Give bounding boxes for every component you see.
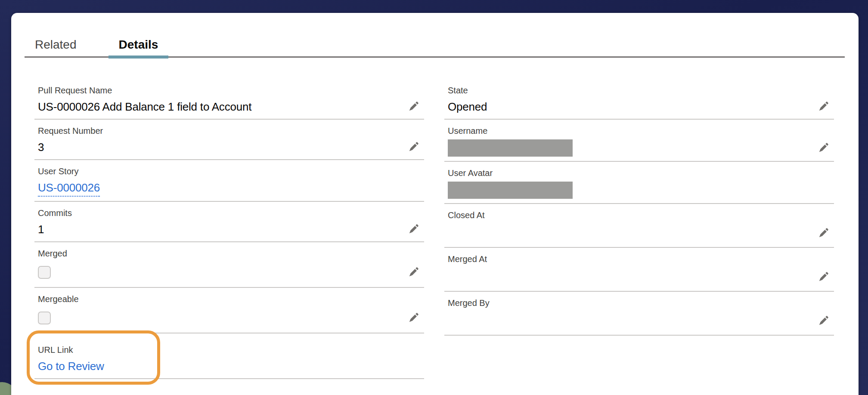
field-columns: Pull Request Name US-0000026 Add Balance… bbox=[11, 79, 859, 379]
field-row-url-link: URL Link Go to Review bbox=[34, 333, 424, 379]
field-label: User Avatar bbox=[448, 168, 831, 178]
edit-button[interactable] bbox=[816, 99, 831, 114]
edit-button[interactable] bbox=[406, 140, 421, 154]
field-row-pull-request-name: Pull Request Name US-0000026 Add Balance… bbox=[34, 79, 424, 120]
field-row-username: Username bbox=[444, 120, 834, 162]
redacted-value-user-avatar bbox=[448, 182, 573, 199]
field-label: Merged At bbox=[448, 254, 831, 264]
field-row-commits: Commits 1 bbox=[34, 202, 424, 242]
field-row-merged: Merged bbox=[34, 242, 424, 288]
field-row-mergeable: Mergeable bbox=[34, 288, 424, 333]
pencil-icon bbox=[407, 100, 420, 113]
edit-button[interactable] bbox=[816, 314, 831, 328]
field-row-state: State Opened bbox=[444, 79, 834, 120]
field-row-merged-by: Merged By bbox=[444, 292, 834, 336]
pencil-icon bbox=[817, 227, 830, 240]
field-row-closed-at: Closed At bbox=[444, 204, 834, 248]
record-detail-card: RelatedDetails Pull Request Name US-0000… bbox=[11, 13, 859, 395]
annotation-highlight bbox=[27, 330, 160, 385]
edit-button[interactable] bbox=[406, 99, 421, 114]
field-value: 3 bbox=[38, 139, 44, 155]
checkbox-merged[interactable] bbox=[38, 266, 51, 279]
field-label: User Story bbox=[38, 166, 421, 176]
edit-button[interactable] bbox=[816, 270, 831, 284]
field-label: Username bbox=[448, 126, 831, 136]
tab-label: Details bbox=[119, 38, 158, 51]
field-row-user-avatar: User Avatar bbox=[444, 162, 834, 204]
edit-button[interactable] bbox=[816, 141, 831, 155]
pencil-icon bbox=[407, 266, 420, 279]
field-value: US-0000026 Add Balance 1 field to Accoun… bbox=[38, 99, 251, 114]
edit-button[interactable] bbox=[406, 311, 421, 325]
field-label: Closed At bbox=[448, 210, 831, 220]
pencil-icon bbox=[407, 312, 420, 324]
screen: RelatedDetails Pull Request Name US-0000… bbox=[0, 0, 868, 395]
tab-details[interactable]: Details bbox=[108, 37, 169, 56]
checkbox-mergeable[interactable] bbox=[38, 312, 51, 324]
pencil-icon bbox=[407, 223, 420, 236]
link-us-0000026[interactable]: US-0000026 bbox=[38, 180, 100, 197]
fields-column-left: Pull Request Name US-0000026 Add Balance… bbox=[34, 79, 424, 379]
field-row-merged-at: Merged At bbox=[444, 248, 834, 292]
edit-button[interactable] bbox=[406, 265, 421, 280]
edit-button[interactable] bbox=[816, 226, 831, 241]
field-label: Commits bbox=[38, 208, 421, 218]
field-label: Merged bbox=[38, 248, 421, 259]
field-row-request-number: Request Number 3 bbox=[34, 120, 424, 160]
pencil-icon bbox=[817, 315, 830, 327]
tab-label: Related bbox=[35, 38, 77, 51]
field-label: Pull Request Name bbox=[38, 85, 421, 96]
tab-bar: RelatedDetails bbox=[25, 13, 845, 58]
pencil-icon bbox=[407, 141, 420, 154]
pencil-icon bbox=[817, 100, 830, 113]
edit-button[interactable] bbox=[406, 222, 421, 237]
pencil-icon bbox=[817, 142, 830, 154]
field-row-user-story: User Story US-0000026 bbox=[34, 160, 424, 202]
field-value: 1 bbox=[38, 222, 44, 237]
field-label: Request Number bbox=[38, 126, 421, 136]
redacted-value-username bbox=[448, 139, 573, 157]
field-value: Opened bbox=[448, 99, 487, 114]
fields-column-right: State Opened Username User Avatar Closed… bbox=[444, 79, 834, 379]
field-label: Merged By bbox=[448, 298, 831, 308]
field-label: State bbox=[448, 85, 831, 96]
field-label: Mergeable bbox=[38, 294, 421, 304]
tab-related[interactable]: Related bbox=[25, 37, 87, 56]
link-go-to-review[interactable]: Go to Review bbox=[38, 358, 104, 374]
field-label: URL Link bbox=[38, 345, 421, 355]
pencil-icon bbox=[817, 271, 830, 284]
